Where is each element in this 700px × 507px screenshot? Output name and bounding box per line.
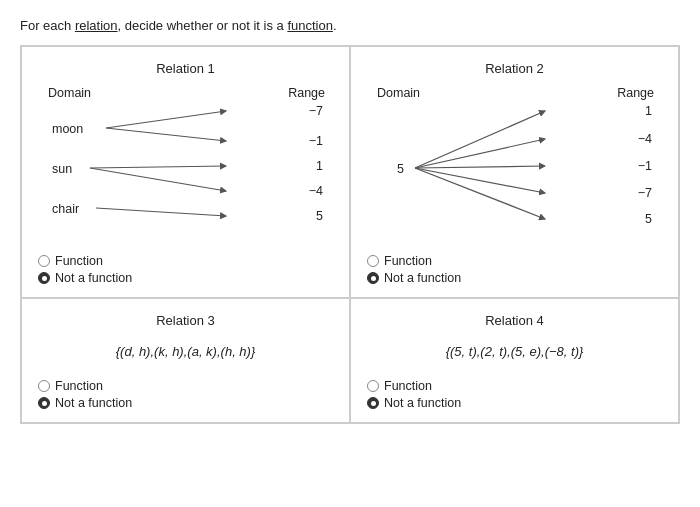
relation2-function-option[interactable]: Function (367, 254, 662, 268)
relation4-cell: Relation 4 {(5, t),(2, t),(5, e),(−8, t)… (350, 298, 679, 423)
relation3-notfunction-option[interactable]: Not a function (38, 396, 333, 410)
relation4-notfunction-radio[interactable] (367, 397, 379, 409)
relation3-set: {(d, h),(k, h),(a, k),(h, h)} (38, 344, 333, 359)
relation1-notfunction-radio[interactable] (38, 272, 50, 284)
relation2-function-radio[interactable] (367, 255, 379, 267)
relation2-diagram: Domain Range 5 1 −4 −1 −7 5 (367, 84, 662, 244)
relation2-radio-group: Function Not a function (367, 254, 662, 285)
relations-grid: Relation 1 Domain Range moon sun chair −… (20, 45, 680, 424)
relation2-notfunction-option[interactable]: Not a function (367, 271, 662, 285)
relation-link[interactable]: relation (75, 18, 118, 33)
relation1-title: Relation 1 (38, 61, 333, 76)
relation4-title: Relation 4 (367, 313, 662, 328)
svg-line-5 (415, 111, 545, 168)
relation3-function-radio[interactable] (38, 380, 50, 392)
relation2-title: Relation 2 (367, 61, 662, 76)
svg-line-4 (96, 208, 226, 216)
relation3-title: Relation 3 (38, 313, 333, 328)
relation4-function-radio[interactable] (367, 380, 379, 392)
svg-line-6 (415, 139, 545, 168)
svg-line-7 (415, 166, 545, 168)
relation1-diagram: Domain Range moon sun chair −7 −1 1 −4 5 (38, 84, 333, 244)
relation3-notfunction-label: Not a function (55, 396, 132, 410)
relation3-notfunction-radio[interactable] (38, 397, 50, 409)
relation1-notfunction-option[interactable]: Not a function (38, 271, 333, 285)
relation2-notfunction-radio[interactable] (367, 272, 379, 284)
relation4-radio-group: Function Not a function (367, 379, 662, 410)
relation4-set: {(5, t),(2, t),(5, e),(−8, t)} (367, 344, 662, 359)
relation2-notfunction-label: Not a function (384, 271, 461, 285)
relation4-function-label: Function (384, 379, 432, 393)
relation1-notfunction-label: Not a function (55, 271, 132, 285)
relation3-cell: Relation 3 {(d, h),(k, h),(a, k),(h, h)}… (21, 298, 350, 423)
relation4-notfunction-label: Not a function (384, 396, 461, 410)
relation1-function-label: Function (55, 254, 103, 268)
svg-line-1 (106, 128, 226, 141)
intro-text: For each relation, decide whether or not… (20, 18, 680, 33)
relation3-radio-group: Function Not a function (38, 379, 333, 410)
relation1-function-radio[interactable] (38, 255, 50, 267)
relation2-function-label: Function (384, 254, 432, 268)
svg-line-0 (106, 111, 226, 128)
svg-line-9 (415, 168, 545, 219)
relation1-cell: Relation 1 Domain Range moon sun chair −… (21, 46, 350, 298)
svg-line-8 (415, 168, 545, 193)
svg-line-2 (90, 166, 226, 168)
relation2-cell: Relation 2 Domain Range 5 1 −4 −1 −7 5 (350, 46, 679, 298)
function-link[interactable]: function (287, 18, 333, 33)
relation4-function-option[interactable]: Function (367, 379, 662, 393)
relation1-radio-group: Function Not a function (38, 254, 333, 285)
relation4-notfunction-option[interactable]: Not a function (367, 396, 662, 410)
relation3-function-option[interactable]: Function (38, 379, 333, 393)
svg-line-3 (90, 168, 226, 191)
relation1-arrows (38, 84, 333, 244)
relation3-function-label: Function (55, 379, 103, 393)
relation2-arrows (367, 84, 662, 244)
relation1-function-option[interactable]: Function (38, 254, 333, 268)
